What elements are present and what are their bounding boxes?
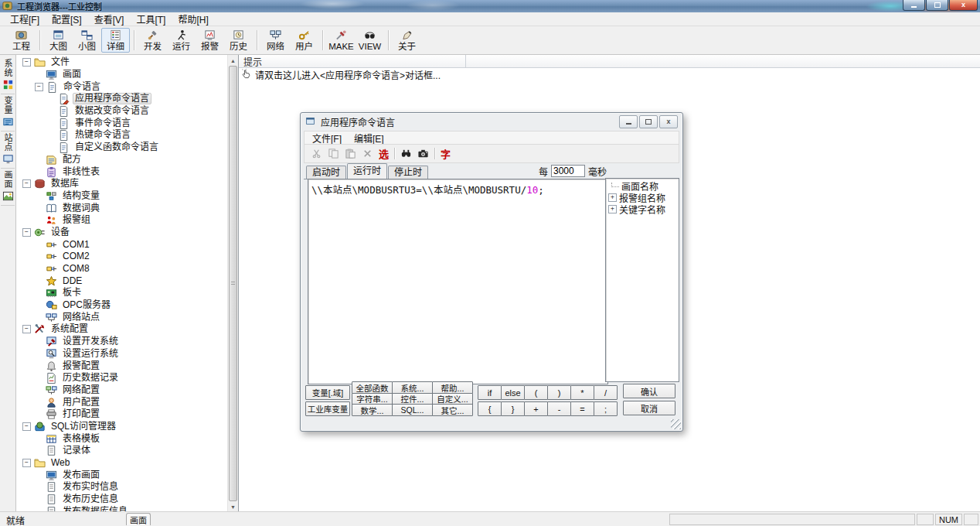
toolbar-button-alarm[interactable]: 报警 bbox=[196, 28, 224, 53]
maximize-button[interactable] bbox=[926, 0, 948, 11]
function-button[interactable]: 其它... bbox=[432, 404, 473, 416]
tree-item[interactable]: 配方 bbox=[16, 154, 228, 166]
toolbar-button-develop[interactable]: 开发 bbox=[138, 28, 167, 53]
menu-item-3[interactable]: 工具[T] bbox=[130, 12, 172, 26]
toolbar-button-about[interactable]: 关于 bbox=[393, 28, 421, 53]
tree-item[interactable]: 设置运行系统 bbox=[16, 348, 228, 360]
tree-item[interactable]: 网络配置 bbox=[16, 384, 228, 397]
tree-expander[interactable]: + bbox=[608, 193, 617, 202]
tree-item[interactable]: 板卡 bbox=[16, 287, 228, 299]
titlebar[interactable]: 工程浏览器---工业控制 x bbox=[0, 0, 980, 12]
scrollbar-thumb[interactable] bbox=[229, 66, 237, 501]
scroll-down-arrow-icon[interactable]: ▼ bbox=[228, 501, 238, 512]
script-editor[interactable]: \\本站点\MODBUSRTU3=\\本站点\MODBUSRTU/10; bbox=[308, 179, 608, 384]
operator-button[interactable]: * bbox=[570, 385, 594, 400]
tree-item[interactable]: 发布历史信息 bbox=[16, 494, 228, 506]
dialog-tab-运行时[interactable]: 运行时 bbox=[347, 163, 387, 179]
toolbar-button-details[interactable]: 详细 bbox=[101, 28, 130, 53]
tree-item[interactable]: 数据改变命令语言 bbox=[16, 105, 228, 118]
tree-item[interactable]: COM8 bbox=[16, 263, 228, 275]
operator-button[interactable]: if bbox=[478, 385, 502, 400]
operator-button[interactable]: ; bbox=[594, 401, 618, 416]
operator-button[interactable]: { bbox=[478, 401, 502, 416]
font-button[interactable]: 字 bbox=[441, 146, 451, 161]
tree-expander[interactable]: − bbox=[22, 459, 31, 467]
tree-item[interactable]: 历史数据记录 bbox=[16, 372, 228, 384]
toolbar-button-smalls-icon[interactable]: 小图 bbox=[73, 28, 101, 53]
tree-item[interactable]: −命令语言 bbox=[16, 80, 228, 93]
tree-expander[interactable]: − bbox=[22, 325, 31, 333]
dialog-menu-item-0[interactable]: 文件[F] bbox=[306, 132, 348, 145]
confirm-button[interactable]: 确认 bbox=[623, 384, 675, 398]
menu-item-4[interactable]: 帮助[H] bbox=[172, 12, 214, 26]
hint-row[interactable]: 请双击这儿进入<应用程序命令语言>对话框... bbox=[239, 68, 980, 81]
operator-button[interactable]: ( bbox=[524, 385, 548, 400]
sidebar-tab-station[interactable]: 站点 bbox=[1, 132, 15, 169]
close-button[interactable]: x bbox=[949, 0, 978, 11]
operator-button[interactable]: - bbox=[547, 401, 571, 416]
dialog-menu-item-1[interactable]: 编辑[E] bbox=[348, 132, 390, 145]
menu-item-0[interactable]: 工程[F] bbox=[4, 12, 46, 26]
operator-button[interactable]: ) bbox=[547, 385, 571, 400]
tree-item[interactable]: −SQL访问管理器 bbox=[16, 421, 228, 433]
toolbar-button-run[interactable]: 运行 bbox=[167, 28, 196, 53]
tree-item[interactable]: 自定义函数命令语言 bbox=[16, 142, 228, 154]
menu-item-1[interactable]: 配置[S] bbox=[46, 12, 88, 26]
tree-expander[interactable]: − bbox=[22, 58, 31, 67]
tree-scrollbar[interactable]: ▲ ▼ bbox=[227, 55, 238, 512]
operator-button[interactable]: = bbox=[570, 401, 594, 416]
dialog-tree-item[interactable]: +报警组名称 bbox=[606, 192, 679, 203]
tree-item[interactable]: 表格模板 bbox=[16, 432, 228, 445]
variable-field-button[interactable]: 变量[.域] bbox=[305, 385, 350, 400]
operator-button[interactable]: } bbox=[501, 401, 525, 416]
toolbar-button-larges-icon[interactable]: 大图 bbox=[44, 28, 73, 53]
tree-item[interactable]: 用户配置 bbox=[16, 396, 228, 408]
camera-icon[interactable] bbox=[417, 148, 429, 159]
function-button[interactable]: 全部函数 bbox=[352, 381, 393, 394]
minimize-button[interactable] bbox=[903, 0, 925, 11]
toolbar-button-make[interactable]: MAKE bbox=[327, 28, 356, 53]
tree-item[interactable]: 画面 bbox=[16, 69, 228, 81]
resize-grip[interactable] bbox=[671, 419, 681, 429]
dialog-minimize-button[interactable] bbox=[619, 115, 638, 128]
tree-item[interactable]: 热键命令语言 bbox=[16, 129, 228, 142]
tree-item[interactable]: OPC服务器 bbox=[16, 299, 228, 312]
toolbar-button-project[interactable]: 工程 bbox=[7, 28, 36, 53]
panel-tab-screen[interactable]: 画面 bbox=[126, 513, 151, 525]
dialog-tab-启动时[interactable]: 启动时 bbox=[306, 166, 346, 179]
function-button[interactable]: 控件... bbox=[392, 393, 433, 405]
sidebar-tab-screen[interactable]: 画面 bbox=[1, 169, 15, 206]
sidebar-tab-system[interactable]: 系统 bbox=[1, 57, 15, 94]
dialog-close-button[interactable]: x bbox=[659, 115, 678, 128]
toolbar-button-history[interactable]: 历史 bbox=[224, 28, 253, 53]
tree-item[interactable]: 网络站点 bbox=[16, 311, 228, 323]
dialog-maximize-button[interactable] bbox=[639, 115, 658, 128]
dialog-titlebar[interactable]: 应用程序命令语言 x bbox=[301, 113, 682, 130]
tree-item[interactable]: 非线性表 bbox=[16, 166, 228, 178]
tree-item[interactable]: 事件命令语言 bbox=[16, 117, 228, 129]
tree-item[interactable]: −系统配置 bbox=[16, 323, 228, 336]
dialog-tree-item[interactable]: +关键字名称 bbox=[606, 203, 679, 215]
find-icon[interactable] bbox=[400, 148, 412, 159]
tree-item[interactable]: −Web bbox=[16, 457, 228, 470]
function-button[interactable]: 字符串... bbox=[352, 393, 393, 405]
operator-button[interactable]: else bbox=[501, 385, 525, 400]
cancel-button[interactable]: 取消 bbox=[623, 401, 675, 415]
tree-item[interactable]: 报警组 bbox=[16, 214, 228, 227]
sidebar-tab-variable[interactable]: 变量 bbox=[1, 94, 15, 132]
tree-item[interactable]: COM1 bbox=[16, 238, 228, 251]
menu-item-2[interactable]: 查看[V] bbox=[88, 12, 131, 26]
toolbar-button-view[interactable]: VIEW bbox=[356, 28, 384, 53]
tree-item[interactable]: DDE bbox=[16, 275, 228, 287]
tree-item[interactable]: −设备 bbox=[16, 227, 228, 239]
select-mode-button[interactable]: 选 bbox=[379, 146, 389, 161]
function-button[interactable]: SQL... bbox=[392, 404, 433, 416]
operator-button[interactable]: / bbox=[594, 385, 618, 400]
tree-expander[interactable]: − bbox=[22, 228, 31, 237]
interval-input[interactable] bbox=[551, 165, 585, 177]
tree-item[interactable]: 报警配置 bbox=[16, 360, 228, 372]
tree-item[interactable]: 设置开发系统 bbox=[16, 336, 228, 348]
hint-column-header[interactable]: 提示 bbox=[239, 55, 466, 67]
tree-expander[interactable]: − bbox=[22, 179, 31, 188]
tree-item[interactable]: COM2 bbox=[16, 251, 228, 263]
